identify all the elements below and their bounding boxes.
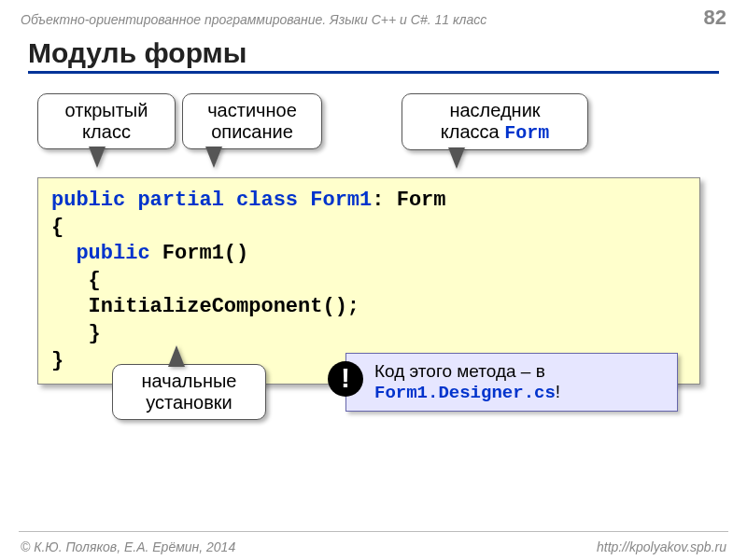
text: описание [211,121,293,142]
note-text: Код этого метода – в [374,361,545,381]
code-text: { [51,269,101,292]
class-name: Form1 [310,189,372,212]
kw-public: public [51,189,125,212]
code-text: InitializeComponent(); [51,295,359,318]
text: частичное [207,100,297,120]
code-text: Form1() [150,242,249,265]
header: Объектно-ориентированное программировани… [0,0,747,30]
text: наследник [449,100,540,120]
text: класс [82,121,131,142]
slide: Объектно-ориентированное программировани… [0,0,747,560]
code-text: } [51,322,101,345]
callout-public: открытый класс [37,93,176,149]
slide-title: Модуль формы [28,37,719,74]
footer: © К.Ю. Поляков, Е.А. Ерёмин, 2014 http:/… [21,539,726,554]
kw-public: public [76,242,149,265]
class-name: Form [504,122,549,144]
code-text: : Form [372,189,445,212]
code-text: { [51,216,63,239]
exclaim-icon: ! [328,361,363,397]
callout-inherit: наследник класса Form [402,93,588,150]
note-filename: Form1.Designer.cs [374,383,556,403]
note-excl: ! [556,382,560,401]
text: класса [441,121,504,142]
callout-tail-icon [169,345,184,366]
text: открытый [65,100,148,120]
callout-init: начальные установки [112,364,266,420]
callout-partial: частичное описание [182,93,322,149]
text: начальные [142,371,237,391]
kw-class: class [236,189,298,212]
text: установки [146,392,233,413]
copyright: © К.Ю. Поляков, Е.А. Ерёмин, 2014 [21,539,235,554]
note-box: ! Код этого метода – в Form1.Designer.cs… [345,353,678,412]
callout-tail-icon [449,148,464,169]
page-number: 82 [704,6,726,30]
code-text: } [51,349,63,372]
footer-divider [19,531,728,532]
course-name: Объектно-ориентированное программировани… [21,12,486,27]
callout-tail-icon [206,147,221,168]
footer-url: http://kpolyakov.spb.ru [597,539,726,554]
kw-partial: partial [137,189,223,212]
callout-tail-icon [90,147,105,168]
